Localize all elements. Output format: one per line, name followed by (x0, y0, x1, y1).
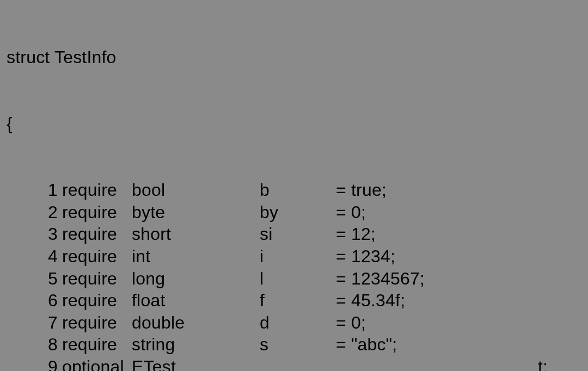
fields-container: 1requireboolb= true;2requirebyteby= 0;3r… (7, 179, 581, 371)
field-type: long (132, 268, 260, 290)
field-tag: 1 (32, 179, 58, 201)
field-row: 3requireshortsi= 12; (7, 223, 581, 245)
field-name: si (260, 223, 336, 245)
struct-keyword: struct (7, 47, 50, 67)
field-name: l (260, 268, 336, 290)
field-type: int (132, 245, 260, 268)
code-block: struct TestInfo { 1requireboolb= true;2r… (0, 0, 588, 371)
field-tag: 6 (32, 289, 58, 312)
field-tag: 5 (32, 268, 58, 290)
field-default: = true; (336, 179, 387, 201)
struct-name: TestInfo (54, 47, 117, 67)
field-type: string (132, 333, 260, 356)
field-row: 9optionalETestt; (7, 356, 581, 371)
field-type: ETest (132, 356, 538, 371)
field-name: f (260, 289, 336, 312)
field-row: 1requireboolb= true; (7, 179, 581, 201)
field-row: 7requiredoubled= 0; (7, 312, 581, 334)
field-name: by (260, 201, 336, 224)
field-type: byte (132, 201, 260, 224)
field-row: 2requirebyteby= 0; (7, 201, 581, 224)
field-tag: 7 (32, 312, 58, 334)
field-type: double (132, 312, 260, 334)
field-default: = 45.34f; (336, 289, 405, 312)
field-row: 8requirestrings= "abc"; (7, 333, 581, 356)
field-tag: 2 (32, 201, 58, 224)
field-row: 6requirefloatf= 45.34f; (7, 289, 581, 312)
field-requirement: require (58, 289, 132, 312)
field-name: i (260, 245, 336, 268)
field-row: 4requireinti= 1234; (7, 245, 581, 268)
field-tag: 4 (32, 245, 58, 268)
field-requirement: require (58, 201, 132, 224)
field-default: = "abc"; (336, 333, 397, 356)
field-type: bool (132, 179, 260, 201)
field-tail-name: t; (538, 356, 548, 371)
field-name: s (260, 333, 336, 356)
field-tag: 3 (32, 223, 58, 245)
field-default: = 1234; (336, 245, 395, 268)
field-type: float (132, 289, 260, 312)
struct-decl: struct TestInfo (7, 46, 581, 69)
field-requirement: require (58, 268, 132, 290)
field-requirement: require (58, 223, 132, 245)
field-default: = 1234567; (336, 268, 425, 290)
field-default: = 0; (336, 201, 366, 224)
field-requirement: require (58, 312, 132, 334)
field-default: = 0; (336, 312, 366, 334)
field-tag: 9 (32, 356, 58, 371)
open-brace: { (7, 113, 581, 135)
field-tag: 8 (32, 333, 58, 356)
field-row: 5requirelongl= 1234567; (7, 268, 581, 290)
field-requirement: optional (58, 356, 132, 371)
field-requirement: require (58, 179, 132, 201)
field-requirement: require (58, 245, 132, 268)
field-name: d (260, 312, 336, 334)
field-default: = 12; (336, 223, 376, 245)
field-name: b (260, 179, 336, 201)
field-requirement: require (58, 333, 132, 356)
field-type: short (132, 223, 260, 245)
